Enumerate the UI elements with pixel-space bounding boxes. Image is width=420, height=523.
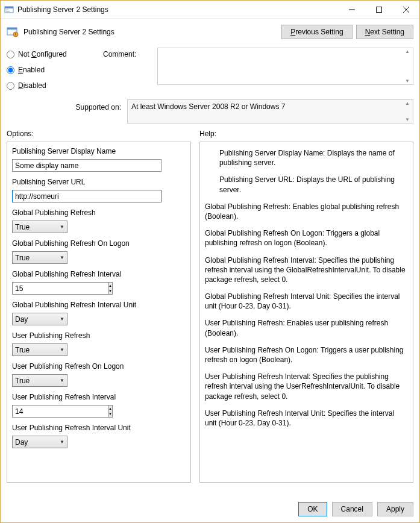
user-refresh-interval-unit-select[interactable]: Day▼ [12,436,67,448]
spin-down-icon[interactable]: ▼ [108,289,112,295]
policy-icon [7,26,19,38]
global-refresh-interval-label: Global Publishing Refresh Interval [12,270,186,278]
chevron-down-icon: ▼ [60,439,64,445]
window-title: Publishing Server 2 Settings [17,5,338,14]
apply-button[interactable]: Apply [377,502,413,516]
help-text: Global Publishing Refresh: Enables globa… [205,202,407,221]
spin-up-icon[interactable]: ▲ [108,283,112,289]
chevron-down-icon: ▼ [60,347,64,352]
global-refresh-logon-label: Global Publishing Refresh On Logon [12,239,186,248]
next-setting-button[interactable]: Next Setting [356,25,413,39]
scroll-arrows-icon: ▲▼ [403,101,412,122]
radio-enabled[interactable]: Enabled [7,66,91,74]
user-refresh-interval-input[interactable] [12,405,108,418]
global-refresh-logon-select[interactable]: True▼ [12,251,67,264]
help-text: Global Publishing Refresh Interval: Spec… [205,255,407,285]
header: Publishing Server 2 Settings Previous Se… [1,19,419,42]
help-text: Publishing Server URL: Displays the URL … [205,175,407,194]
page-title: Publishing Server 2 Settings [24,28,281,36]
footer: OK Cancel Apply [1,496,419,522]
app-icon [4,5,14,14]
radio-disabled-input[interactable] [7,82,14,90]
help-text: Global Publishing Refresh Interval Unit:… [205,292,407,311]
close-button[interactable] [392,1,419,19]
user-refresh-logon-label: User Publishing Refresh On Logon [12,362,186,371]
svg-rect-5 [376,7,381,12]
radio-not-configured[interactable]: Not Configured [7,50,91,58]
help-panel: Publishing Server Display Name: Displays… [199,142,413,483]
global-refresh-interval-unit-label: Global Publishing Refresh Interval Unit [12,301,186,309]
window-buttons [338,1,419,19]
scroll-arrows-icon: ▲▼ [403,49,412,84]
minimize-button[interactable] [338,1,365,19]
help-text: Global Publishing Refresh On Logon: Trig… [205,228,407,248]
cancel-button[interactable]: Cancel [332,502,372,516]
svg-rect-9 [7,28,17,30]
chevron-down-icon: ▼ [60,316,64,322]
comment-label: Comment: [103,50,145,58]
url-input[interactable] [12,190,161,202]
user-refresh-logon-select[interactable]: True▼ [12,374,67,387]
titlebar: Publishing Server 2 Settings [1,1,419,19]
global-refresh-interval-input[interactable] [12,282,108,295]
comment-textarea[interactable]: ▲▼ [157,48,413,85]
chevron-down-icon: ▼ [60,255,64,260]
display-name-input[interactable] [12,159,161,172]
help-text: User Publishing Refresh Interval: Specif… [205,372,407,401]
help-text: User Publishing Refresh: Enables user pu… [205,318,407,337]
help-text: User Publishing Refresh On Logon: Trigge… [205,345,407,365]
display-name-label: Publishing Server Display Name [12,147,186,155]
radio-disabled[interactable]: Disabled [7,81,91,90]
previous-setting-button[interactable]: Previous Setting [281,25,352,39]
spin-up-icon[interactable]: ▲ [108,406,112,412]
options-label: Options: [7,130,191,138]
global-refresh-interval-spinner[interactable]: ▲▼ [12,282,80,295]
chevron-down-icon: ▼ [60,224,64,230]
help-label: Help: [199,130,216,138]
supported-on-text: At least Windows Server 2008 R2 or Windo… [131,102,285,111]
user-refresh-select[interactable]: True▼ [12,343,67,356]
options-panel: Publishing Server Display Name Publishin… [7,142,191,483]
supported-on-label: Supported on: [7,99,121,111]
user-refresh-interval-unit-label: User Publishing Refresh Interval Unit [12,424,186,432]
url-label: Publishing Server URL [12,178,186,186]
global-refresh-interval-unit-select[interactable]: Day▼ [12,313,67,325]
help-text: User Publishing Refresh Interval Unit: S… [205,409,407,428]
svg-rect-2 [6,10,8,10]
global-refresh-select[interactable]: True▼ [12,221,67,233]
spin-down-icon[interactable]: ▼ [108,412,112,418]
user-refresh-interval-spinner[interactable]: ▲▼ [12,405,80,418]
user-refresh-label: User Publishing Refresh [12,331,186,340]
svg-rect-1 [5,7,13,8]
radio-enabled-input[interactable] [7,66,14,74]
supported-on-row: Supported on: At least Windows Server 20… [1,97,419,127]
config-area: Not Configured Enabled Disabled Comment:… [1,42,419,97]
supported-on-box: At least Windows Server 2008 R2 or Windo… [127,99,413,124]
maximize-button[interactable] [365,1,392,19]
help-text: Publishing Server Display Name: Displays… [205,148,407,168]
global-refresh-label: Global Publishing Refresh [12,208,186,217]
svg-rect-11 [15,33,16,36]
user-refresh-interval-label: User Publishing Refresh Interval [12,393,186,401]
chevron-down-icon: ▼ [60,378,64,383]
ok-button[interactable]: OK [298,502,327,516]
radio-not-configured-input[interactable] [7,51,14,58]
svg-rect-3 [6,11,10,11]
